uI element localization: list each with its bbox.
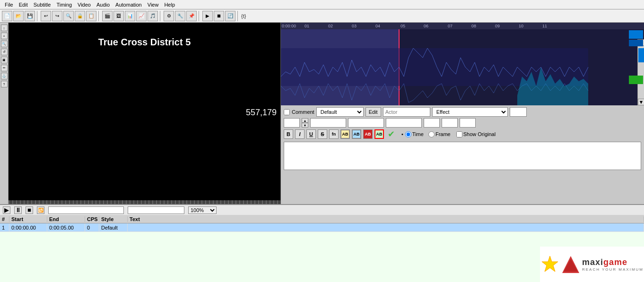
end-time-input[interactable]: 0:00:05.00 [348, 118, 384, 128]
toolbar-sep4 [199, 11, 200, 21]
offset3-input[interactable]: 0 [460, 118, 476, 128]
logo-brand: maxigame [582, 257, 627, 267]
waveform-btn-blue2[interactable] [629, 40, 643, 46]
radio-time-label[interactable]: Time [405, 131, 424, 137]
toolbar-save[interactable]: 💾 [25, 11, 35, 21]
format-bold[interactable]: B [284, 129, 293, 139]
toolbar-btn5[interactable]: 📈 [136, 11, 147, 21]
toolbar-btn3[interactable]: 🖼 [113, 11, 124, 21]
radio-frame-label[interactable]: Frame [428, 131, 451, 137]
toolbar-btn9[interactable]: 📌 [186, 11, 197, 21]
toolbar-find[interactable]: 🔍 [63, 11, 74, 21]
toolbar-new[interactable]: 📄 [2, 11, 12, 21]
menu-timing[interactable]: Timing [53, 1, 75, 9]
menu-automation[interactable]: Automation [113, 1, 145, 9]
ruler-tick-10: 10 [519, 24, 523, 28]
col-header-text: Text [128, 216, 644, 222]
effect-num[interactable]: 0 [510, 107, 527, 117]
toolbar-btn7[interactable]: ⚙ [164, 11, 174, 21]
sidebar-btn-zoom[interactable]: 🔍 [1, 41, 8, 47]
toolbar-open[interactable]: 📂 [13, 11, 24, 21]
sidebar-btn-help[interactable]: ? [1, 81, 8, 87]
toolbar-btn11[interactable]: ⏹ [214, 11, 224, 21]
video-left: True Cross District 5 557,179 [9, 23, 281, 204]
sidebar-btn-arrow[interactable]: ↕ [1, 25, 8, 31]
toolbar-btn8[interactable]: 🔧 [175, 11, 185, 21]
sub-cell-end: 0:00:05.00 [47, 223, 85, 231]
format-color2[interactable]: AB [352, 129, 361, 139]
status-position[interactable]: 0:00:00.000 - 0 [48, 206, 124, 214]
menu-video[interactable]: Video [75, 1, 94, 9]
toolbar-btn1[interactable]: 🔒 [75, 11, 85, 21]
left-sidebar: ↕ + 🔍 ↺ ▣ ✏ ⚓ ? [0, 23, 9, 204]
radio-frame[interactable] [428, 131, 435, 137]
effect-select[interactable]: Effect [432, 107, 508, 117]
format-color4[interactable]: AB [374, 129, 384, 139]
layer-spinner[interactable]: ▲ ▼ [302, 118, 308, 128]
format-color3[interactable]: AB [363, 129, 373, 139]
radio-time[interactable] [405, 131, 411, 137]
subtitle-row-1[interactable]: 1 0:00:00.00 0:00:05.00 0 Default [0, 223, 644, 232]
format-strikethrough[interactable]: S [318, 129, 327, 139]
format-fn[interactable]: fn [329, 129, 339, 139]
waveform-btn-green[interactable] [629, 76, 643, 84]
waveform-area[interactable]: 0:00:00 01 02 03 04 05 06 07 08 09 10 11 [281, 23, 644, 105]
style-select[interactable]: Default [316, 107, 364, 117]
menu-help[interactable]: Help [161, 1, 178, 9]
status-play[interactable]: ▶ [3, 206, 10, 214]
comment-checkbox[interactable] [284, 109, 290, 115]
sidebar-btn-cross[interactable]: + [1, 33, 8, 39]
video-preview-bottom: 557,179 [9, 106, 280, 200]
status-loop[interactable]: 🔁 [37, 206, 44, 214]
offset2-input[interactable]: 0 [442, 118, 458, 128]
format-underline[interactable]: U [306, 129, 316, 139]
start-time-input[interactable]: 0:00:00.00 [310, 118, 346, 128]
sidebar-btn-select[interactable]: ▣ [1, 57, 8, 63]
menu-audio[interactable]: Audio [94, 1, 113, 9]
format-color1[interactable]: AB [340, 129, 350, 139]
scroll-down-btn[interactable]: ▼ [638, 99, 644, 105]
waveform-btn-blue1[interactable] [629, 30, 643, 39]
toolbar-btn4[interactable]: 📊 [125, 11, 135, 21]
subtitle-edit: Comment Default Edit Effect 0 0 ▲ ▼ 0:00… [281, 105, 644, 172]
ruler-tick-9: 09 [495, 24, 500, 28]
actor-input[interactable] [383, 107, 430, 117]
toolbar-redo[interactable]: ↪ [52, 11, 62, 21]
show-original-label[interactable]: Show Original [456, 131, 496, 137]
accept-icon[interactable]: ✔ [388, 129, 395, 139]
toolbar-video-open[interactable]: 🎬 [102, 11, 113, 21]
edit-style-btn[interactable]: Edit [366, 107, 381, 117]
ruler-tick-2: 02 [328, 24, 333, 28]
show-original-checkbox[interactable] [456, 131, 462, 137]
sidebar-btn-rotate[interactable]: ↺ [1, 49, 8, 55]
waveform-canvas[interactable]: ▲ ▼ [281, 29, 644, 105]
menu-view[interactable]: View [145, 1, 162, 9]
comment-label: Comment [292, 109, 314, 115]
toolbar-undo[interactable]: ↩ [41, 11, 51, 21]
menu-edit[interactable]: Edit [16, 1, 31, 9]
layer-up[interactable]: ▲ [302, 118, 308, 123]
subtitle-list-header: # Start End CPS Style Text [0, 215, 644, 223]
toolbar-btn12[interactable]: 🔄 [225, 11, 235, 21]
zoom-select[interactable]: 25%50%75%100%125%150%200% [188, 206, 217, 214]
sub-cell-start: 0:00:00.00 [9, 223, 47, 231]
toolbar-btn10[interactable]: ▶ [202, 11, 213, 21]
menu-file[interactable]: File [2, 1, 16, 9]
video-timeline-strip[interactable] [9, 200, 280, 204]
sidebar-btn-edit[interactable]: ✏ [1, 65, 8, 71]
status-offset[interactable]: +0ms; -5000ms [128, 206, 184, 214]
duration-input[interactable]: 0:00:05.00 [386, 118, 422, 128]
toolbar-btn6[interactable]: 🎵 [148, 11, 158, 21]
svg-marker-3 [542, 256, 558, 272]
toolbar-btn2[interactable]: 📋 [86, 11, 96, 21]
status-stop[interactable]: ■ [26, 206, 33, 214]
subtitle-text-area[interactable] [284, 142, 641, 170]
format-italic[interactable]: I [295, 129, 305, 139]
layer-down[interactable]: ▼ [302, 123, 308, 128]
layer-input[interactable]: 0 [284, 118, 300, 128]
sidebar-btn-anchor[interactable]: ⚓ [1, 73, 8, 79]
menu-subtitle[interactable]: Subtitle [31, 1, 54, 9]
edit-row-1: Comment Default Edit Effect 0 [284, 107, 641, 117]
status-pause[interactable]: ⏸ [14, 206, 22, 214]
offset1-input[interactable]: 0 [424, 118, 440, 128]
